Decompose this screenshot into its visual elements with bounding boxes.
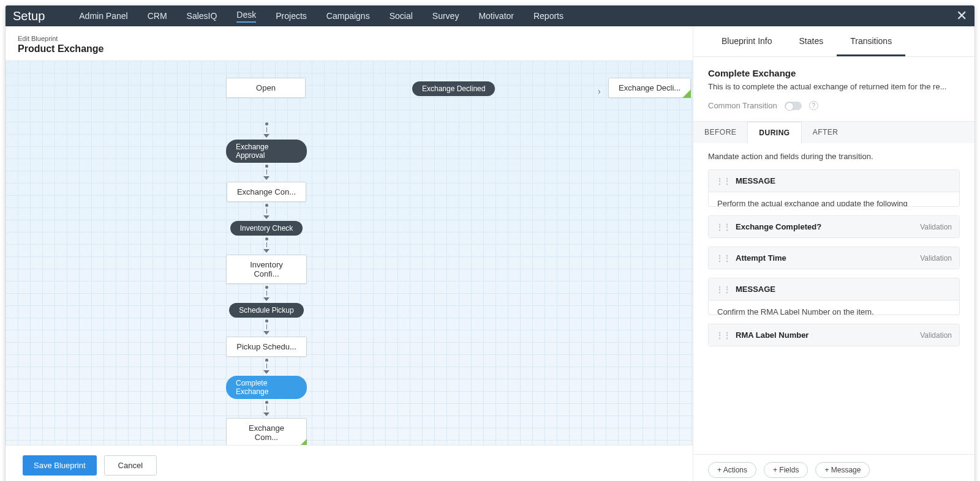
nav-item-reports[interactable]: Reports [533, 11, 564, 21]
transition-item-card[interactable]: ⋮⋮Attempt TimeValidation [708, 247, 960, 269]
state-box[interactable]: Exchange Com... [226, 418, 307, 445]
connector-dot [265, 359, 268, 362]
transition-title: Complete Exchange [708, 68, 960, 78]
arrow-down-icon [263, 134, 270, 138]
drag-handle-icon[interactable]: ⋮⋮ [716, 285, 731, 294]
item-header-label: Attempt Time [736, 253, 786, 263]
phase-tab-after[interactable]: AFTER [802, 122, 850, 143]
connector-dot [265, 237, 268, 240]
item-header-label: MESSAGE [736, 176, 775, 185]
breadcrumb: Edit Blueprint [18, 35, 680, 42]
footer-right: + Actions+ Fields+ Message [693, 454, 974, 481]
connector-line [266, 170, 267, 174]
connector-dot [265, 319, 268, 323]
nav-item-crm[interactable]: CRM [148, 11, 167, 21]
nav-item-admin-panel[interactable]: Admin Panel [79, 11, 127, 21]
item-header-label: Exchange Completed? [736, 222, 821, 231]
nav-item-salesiq[interactable]: SalesIQ [187, 11, 217, 21]
nav-item-motivator[interactable]: Motivator [478, 11, 514, 21]
arrow-right-icon: › [598, 86, 601, 96]
item-body-text: Perform the actual exchange and update t… [709, 192, 959, 206]
transition-item-card[interactable]: ⋮⋮RMA Label NumberValidation [708, 324, 960, 346]
state-exchange-declined-terminal[interactable]: Exchange Decli... [608, 78, 691, 98]
side-tab-states[interactable]: States [786, 26, 837, 56]
transition-pill[interactable]: Exchange Approval [226, 140, 307, 163]
transition-item-card[interactable]: ⋮⋮MESSAGEConfirm the RMA Label Number on… [708, 278, 960, 315]
top-nav: Setup Admin PanelCRMSalesIQDeskProjectsC… [6, 6, 974, 26]
nav-item-survey[interactable]: Survey [432, 11, 459, 21]
nav-item-desk[interactable]: Desk [236, 10, 256, 23]
arrow-down-icon [263, 370, 270, 374]
canvas-header: Edit Blueprint Product Exchange [6, 26, 693, 61]
save-blueprint-button[interactable]: Save Blueprint [23, 455, 97, 475]
arrow-down-icon [263, 176, 270, 180]
footer-left: Save Blueprint Cancel [6, 445, 693, 481]
state-box[interactable]: Pickup Schedu... [226, 337, 307, 357]
side-tab-blueprint-info[interactable]: Blueprint Info [708, 26, 786, 56]
canvas[interactable]: Open Exchange Declined › Exchange Decli.… [6, 61, 693, 445]
connector-line [266, 209, 267, 214]
arrow-down-icon [263, 249, 270, 253]
drag-handle-icon[interactable]: ⋮⋮ [716, 223, 731, 231]
phase-tabs: BEFOREDURINGAFTER [693, 122, 974, 143]
add-button-fields[interactable]: + Fields [764, 462, 808, 478]
mandate-text: Mandate action and fields during the tra… [693, 143, 974, 170]
transition-pill[interactable]: Schedule Pickup [229, 303, 303, 318]
transition-pill[interactable]: Complete Exchange [226, 376, 307, 399]
connector-line [266, 364, 267, 368]
arrow-down-icon [263, 215, 270, 219]
item-header-label: MESSAGE [736, 285, 775, 294]
connector-dot [265, 165, 268, 168]
connector-dot [265, 122, 268, 125]
side-tab-transitions[interactable]: Transitions [837, 26, 905, 56]
connector-dot [265, 204, 268, 207]
transition-pill[interactable]: Inventory Check [230, 221, 303, 236]
side-tabs: Blueprint InfoStatesTransitions [693, 26, 974, 57]
transition-exchange-declined[interactable]: Exchange Declined [412, 81, 495, 96]
add-button-message[interactable]: + Message [815, 462, 870, 478]
transition-detail-section: Complete Exchange This is to complete th… [693, 57, 974, 122]
connector-line [266, 242, 267, 247]
items-list: ⋮⋮MESSAGEPerform the actual exchange and… [693, 170, 974, 361]
state-box[interactable]: Exchange Con... [227, 182, 306, 202]
item-body-text: Confirm the RMA Label Number on the item… [709, 300, 959, 315]
transition-item-card[interactable]: ⋮⋮Exchange Completed?Validation [708, 215, 960, 238]
drag-handle-icon[interactable]: ⋮⋮ [716, 331, 731, 340]
connector-line [266, 291, 267, 296]
connector-dot [265, 401, 268, 404]
connector-line [266, 324, 267, 329]
item-header-label: RMA Label Number [736, 330, 809, 340]
drag-handle-icon[interactable]: ⋮⋮ [716, 254, 731, 263]
close-icon[interactable]: ✕ [956, 8, 967, 24]
common-transition-label: Common Transition [708, 101, 777, 110]
help-icon[interactable]: ? [809, 101, 818, 110]
cancel-button[interactable]: Cancel [104, 455, 157, 475]
page-title: Product Exchange [18, 43, 680, 54]
connector-line [266, 127, 267, 132]
transition-description: This is to complete the actual exchange … [708, 82, 960, 91]
arrow-down-icon [263, 331, 270, 335]
drag-handle-icon[interactable]: ⋮⋮ [716, 177, 731, 185]
nav-item-projects[interactable]: Projects [276, 11, 307, 21]
phase-tab-during[interactable]: DURING [747, 122, 801, 143]
nav-item-social[interactable]: Social [390, 11, 413, 21]
validation-tag: Validation [920, 331, 952, 340]
nav-item-campaigns[interactable]: Campaigns [326, 11, 370, 21]
arrow-down-icon [263, 297, 270, 301]
connector-dot [265, 286, 268, 289]
common-transition-toggle[interactable] [785, 102, 802, 110]
validation-tag: Validation [920, 254, 952, 263]
brand-label: Setup [13, 9, 45, 23]
arrow-down-icon [263, 412, 270, 416]
state-box[interactable]: Inventory Confi... [226, 255, 307, 284]
state-open[interactable]: Open [226, 78, 306, 98]
transition-item-card[interactable]: ⋮⋮MESSAGEPerform the actual exchange and… [708, 170, 960, 207]
phase-tab-before[interactable]: BEFORE [693, 122, 747, 143]
connector-line [266, 406, 267, 411]
validation-tag: Validation [920, 223, 952, 231]
add-button-actions[interactable]: + Actions [708, 462, 756, 478]
